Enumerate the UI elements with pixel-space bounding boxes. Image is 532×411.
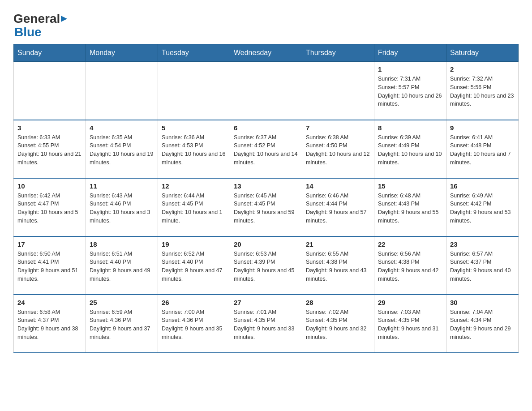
day-number: 16	[450, 182, 515, 190]
calendar-cell: 27Sunrise: 7:01 AM Sunset: 4:35 PM Dayli…	[230, 295, 302, 353]
day-number: 8	[378, 124, 442, 132]
day-number: 25	[90, 299, 154, 306]
day-info: Sunrise: 6:33 AM Sunset: 4:55 PM Dayligh…	[17, 133, 82, 167]
calendar-cell: 7Sunrise: 6:38 AM Sunset: 4:50 PM Daylig…	[302, 120, 374, 178]
day-number: 14	[306, 182, 370, 190]
weekday-header-monday: Monday	[86, 44, 158, 62]
day-number: 21	[306, 240, 370, 248]
calendar-cell: 17Sunrise: 6:50 AM Sunset: 4:41 PM Dayli…	[14, 236, 86, 295]
calendar-cell: 25Sunrise: 6:59 AM Sunset: 4:36 PM Dayli…	[86, 295, 158, 353]
day-number: 4	[90, 124, 154, 132]
calendar-cell: 10Sunrise: 6:42 AM Sunset: 4:47 PM Dayli…	[14, 178, 86, 236]
calendar-cell: 26Sunrise: 7:00 AM Sunset: 4:36 PM Dayli…	[158, 295, 230, 353]
calendar-cell: 20Sunrise: 6:53 AM Sunset: 4:39 PM Dayli…	[230, 236, 302, 295]
weekday-header-friday: Friday	[374, 44, 446, 62]
calendar-cell: 2Sunrise: 7:32 AM Sunset: 5:56 PM Daylig…	[446, 62, 519, 120]
calendar-cell: 3Sunrise: 6:33 AM Sunset: 4:55 PM Daylig…	[14, 120, 86, 178]
day-info: Sunrise: 6:36 AM Sunset: 4:53 PM Dayligh…	[162, 133, 226, 167]
calendar-cell: 29Sunrise: 7:03 AM Sunset: 4:35 PM Dayli…	[374, 295, 446, 353]
day-number: 13	[234, 182, 298, 190]
day-number: 2	[450, 65, 515, 73]
logo[interactable]: General Blue	[13, 9, 69, 39]
day-info: Sunrise: 6:59 AM Sunset: 4:36 PM Dayligh…	[90, 308, 154, 342]
day-info: Sunrise: 6:52 AM Sunset: 4:40 PM Dayligh…	[162, 250, 226, 283]
day-info: Sunrise: 6:44 AM Sunset: 4:45 PM Dayligh…	[162, 192, 226, 225]
calendar-cell: 8Sunrise: 6:39 AM Sunset: 4:49 PM Daylig…	[374, 120, 446, 178]
weekday-header-saturday: Saturday	[446, 44, 519, 62]
calendar-cell: 19Sunrise: 6:52 AM Sunset: 4:40 PM Dayli…	[158, 236, 230, 295]
day-info: Sunrise: 6:42 AM Sunset: 4:47 PM Dayligh…	[17, 192, 82, 225]
day-number: 19	[162, 240, 226, 248]
day-info: Sunrise: 6:49 AM Sunset: 4:42 PM Dayligh…	[450, 192, 515, 225]
day-info: Sunrise: 6:46 AM Sunset: 4:44 PM Dayligh…	[306, 192, 370, 225]
day-info: Sunrise: 6:41 AM Sunset: 4:48 PM Dayligh…	[450, 133, 515, 167]
day-number: 12	[162, 182, 226, 190]
day-number: 29	[378, 299, 442, 306]
day-info: Sunrise: 6:57 AM Sunset: 4:37 PM Dayligh…	[450, 250, 515, 283]
calendar-cell: 1Sunrise: 7:31 AM Sunset: 5:57 PM Daylig…	[374, 62, 446, 120]
calendar-cell: 12Sunrise: 6:44 AM Sunset: 4:45 PM Dayli…	[158, 178, 230, 236]
calendar-cell: 9Sunrise: 6:41 AM Sunset: 4:48 PM Daylig…	[446, 120, 519, 178]
logo-arrow-icon	[61, 15, 69, 23]
day-number: 27	[234, 299, 298, 306]
day-info: Sunrise: 6:48 AM Sunset: 4:43 PM Dayligh…	[378, 192, 442, 225]
calendar-week-5: 24Sunrise: 6:58 AM Sunset: 4:37 PM Dayli…	[14, 295, 519, 353]
page-header: General Blue	[13, 9, 519, 39]
day-info: Sunrise: 6:55 AM Sunset: 4:38 PM Dayligh…	[306, 250, 370, 283]
calendar-cell: 24Sunrise: 6:58 AM Sunset: 4:37 PM Dayli…	[14, 295, 86, 353]
day-number: 10	[17, 182, 82, 190]
day-number: 22	[378, 240, 442, 248]
calendar-cell: 15Sunrise: 6:48 AM Sunset: 4:43 PM Dayli…	[374, 178, 446, 236]
calendar-cell	[230, 62, 302, 120]
calendar-week-3: 10Sunrise: 6:42 AM Sunset: 4:47 PM Dayli…	[14, 178, 519, 236]
calendar-cell: 16Sunrise: 6:49 AM Sunset: 4:42 PM Dayli…	[446, 178, 519, 236]
day-info: Sunrise: 6:56 AM Sunset: 4:38 PM Dayligh…	[378, 250, 442, 283]
calendar-cell: 23Sunrise: 6:57 AM Sunset: 4:37 PM Dayli…	[446, 236, 519, 295]
calendar-cell	[302, 62, 374, 120]
day-info: Sunrise: 6:58 AM Sunset: 4:37 PM Dayligh…	[17, 308, 82, 342]
weekday-header-wednesday: Wednesday	[230, 44, 302, 62]
day-number: 26	[162, 299, 226, 306]
calendar-cell: 6Sunrise: 6:37 AM Sunset: 4:52 PM Daylig…	[230, 120, 302, 178]
day-info: Sunrise: 7:32 AM Sunset: 5:56 PM Dayligh…	[450, 75, 515, 108]
calendar-cell: 28Sunrise: 7:02 AM Sunset: 4:35 PM Dayli…	[302, 295, 374, 353]
calendar-cell: 5Sunrise: 6:36 AM Sunset: 4:53 PM Daylig…	[158, 120, 230, 178]
day-number: 3	[17, 124, 82, 132]
calendar-cell: 4Sunrise: 6:35 AM Sunset: 4:54 PM Daylig…	[86, 120, 158, 178]
day-number: 5	[162, 124, 226, 132]
day-info: Sunrise: 6:50 AM Sunset: 4:41 PM Dayligh…	[17, 250, 82, 283]
day-number: 1	[378, 65, 442, 73]
calendar-cell: 30Sunrise: 7:04 AM Sunset: 4:34 PM Dayli…	[446, 295, 519, 353]
weekday-header-sunday: Sunday	[14, 44, 86, 62]
logo-blue-text: Blue	[14, 25, 42, 40]
day-info: Sunrise: 6:39 AM Sunset: 4:49 PM Dayligh…	[378, 133, 442, 167]
day-info: Sunrise: 6:37 AM Sunset: 4:52 PM Dayligh…	[234, 133, 298, 167]
day-number: 6	[234, 124, 298, 132]
calendar-cell: 13Sunrise: 6:45 AM Sunset: 4:45 PM Dayli…	[230, 178, 302, 236]
day-info: Sunrise: 7:01 AM Sunset: 4:35 PM Dayligh…	[234, 308, 298, 342]
day-number: 20	[234, 240, 298, 248]
calendar-cell: 22Sunrise: 6:56 AM Sunset: 4:38 PM Dayli…	[374, 236, 446, 295]
day-info: Sunrise: 7:31 AM Sunset: 5:57 PM Dayligh…	[378, 75, 442, 108]
day-info: Sunrise: 6:51 AM Sunset: 4:40 PM Dayligh…	[90, 250, 154, 283]
calendar-cell	[14, 62, 86, 120]
day-info: Sunrise: 6:53 AM Sunset: 4:39 PM Dayligh…	[234, 250, 298, 283]
day-number: 9	[450, 124, 515, 132]
calendar-cell: 18Sunrise: 6:51 AM Sunset: 4:40 PM Dayli…	[86, 236, 158, 295]
day-number: 11	[90, 182, 154, 190]
calendar-week-4: 17Sunrise: 6:50 AM Sunset: 4:41 PM Dayli…	[14, 236, 519, 295]
calendar-week-1: 1Sunrise: 7:31 AM Sunset: 5:57 PM Daylig…	[14, 62, 519, 120]
day-info: Sunrise: 7:03 AM Sunset: 4:35 PM Dayligh…	[378, 308, 442, 342]
day-number: 30	[450, 299, 515, 306]
calendar-table: SundayMondayTuesdayWednesdayThursdayFrid…	[13, 44, 519, 353]
day-number: 18	[90, 240, 154, 248]
day-number: 7	[306, 124, 370, 132]
calendar-cell: 14Sunrise: 6:46 AM Sunset: 4:44 PM Dayli…	[302, 178, 374, 236]
calendar-cell	[86, 62, 158, 120]
day-info: Sunrise: 6:43 AM Sunset: 4:46 PM Dayligh…	[90, 192, 154, 225]
weekday-header-thursday: Thursday	[302, 44, 374, 62]
weekday-header-tuesday: Tuesday	[158, 44, 230, 62]
day-info: Sunrise: 6:38 AM Sunset: 4:50 PM Dayligh…	[306, 133, 370, 167]
calendar-cell: 21Sunrise: 6:55 AM Sunset: 4:38 PM Dayli…	[302, 236, 374, 295]
calendar-header: SundayMondayTuesdayWednesdayThursdayFrid…	[14, 44, 519, 62]
